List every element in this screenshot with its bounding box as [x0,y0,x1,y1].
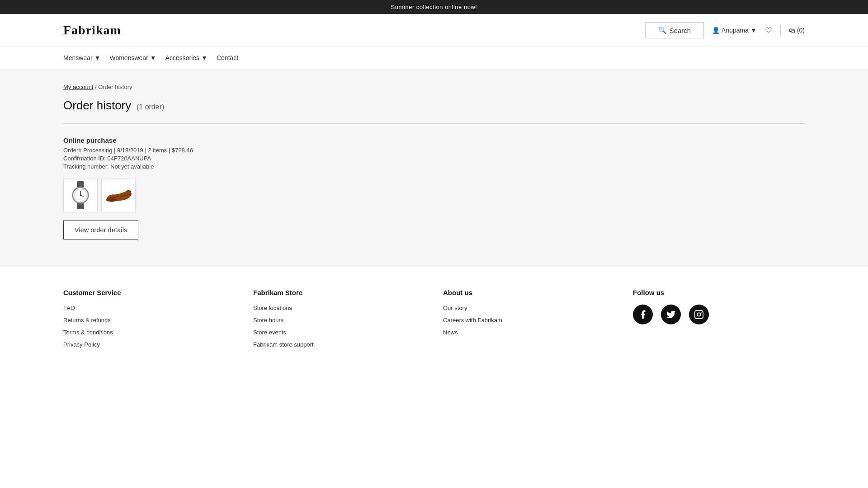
footer-link-news[interactable]: News [443,329,615,336]
header-divider [780,25,781,36]
svg-rect-8 [695,310,703,319]
footer-customer-service: Customer Service FAQ Returns & refunds T… [63,289,235,353]
nav-menswear[interactable]: Menswear ▼ [63,47,109,69]
header-actions: 🔍 Search 👤 Anupama ▼ ♡ 🛍 (0) [645,22,805,38]
chevron-down-icon: ▼ [150,54,156,61]
cart-count: (0) [797,27,805,34]
promo-text: Summer collection online now! [391,4,477,10]
breadcrumb-account[interactable]: My account [63,84,93,90]
breadcrumb: My account / Order history [63,84,805,90]
main-nav: Menswear ▼ Womenswear ▼ Accessories ▼ Co… [0,47,868,69]
page-title: Order history (1 order) [63,99,805,113]
footer-follow-us-title: Follow us [633,289,805,296]
twitter-icon[interactable] [661,305,681,324]
nav-womenswear[interactable]: Womenswear ▼ [109,47,165,69]
footer-link-store-locations[interactable]: Store locations [253,305,425,311]
chevron-down-icon: ▼ [201,54,208,61]
cart-button[interactable]: 🛍 (0) [789,27,805,34]
nav-contact-label: Contact [217,54,238,61]
user-account-button[interactable]: 👤 Anupama ▼ [712,27,757,34]
main-content: My account / Order history Order history… [0,69,868,267]
user-name: Anupama [722,27,749,34]
order-meta-1: Order# Processing | 9/18/2019 | 2 items … [63,147,805,154]
order-meta-3: Tracking number: Not yet available [63,163,805,170]
search-icon: 🔍 [658,26,667,34]
nav-accessories[interactable]: Accessories ▼ [165,47,217,69]
nav-contact[interactable]: Contact [217,47,247,69]
order-count: (1 order) [135,103,165,111]
footer-customer-service-title: Customer Service [63,289,235,296]
cart-icon: 🛍 [789,27,795,34]
footer-link-faq[interactable]: FAQ [63,305,235,311]
search-label: Search [670,27,691,34]
facebook-icon[interactable] [633,305,653,324]
order-meta-2: Confirmation ID: 04F720AANUPA [63,155,805,162]
nav-accessories-label: Accessories [165,54,199,61]
site-footer: Customer Service FAQ Returns & refunds T… [0,267,868,371]
site-header: Fabrikam 🔍 Search 👤 Anupama ▼ ♡ 🛍 (0) [0,14,868,47]
nav-womenswear-label: Womenswear [109,54,148,61]
footer-grid: Customer Service FAQ Returns & refunds T… [63,289,805,353]
footer-fabrikam-store-title: Fabrikam Store [253,289,425,296]
site-logo[interactable]: Fabrikam [63,23,121,38]
footer-link-our-story[interactable]: Our story [443,305,615,311]
search-button[interactable]: 🔍 Search [645,22,704,38]
footer-link-privacy[interactable]: Privacy Policy [63,341,235,348]
footer-link-store-support[interactable]: Fabrikam store support [253,341,425,348]
svg-point-9 [697,313,700,316]
user-icon: 👤 [712,27,720,34]
order-type: Online purchase [63,136,805,144]
breadcrumb-current: Order history [98,84,132,90]
svg-point-10 [701,312,702,313]
chevron-down-icon: ▼ [750,27,757,34]
svg-rect-1 [77,203,84,209]
instagram-icon[interactable] [689,305,709,324]
order-product-image-watch[interactable] [63,178,98,212]
footer-link-store-events[interactable]: Store events [253,329,425,336]
content-separator [63,123,805,124]
footer-link-returns[interactable]: Returns & refunds [63,317,235,324]
view-order-details-button[interactable]: View order details [63,221,138,239]
footer-about-us: About us Our story Careers with Fabrikam… [443,289,615,353]
order-images [63,178,805,212]
footer-link-careers[interactable]: Careers with Fabrikam [443,317,615,324]
social-icons [633,305,805,324]
nav-menswear-label: Menswear [63,54,93,61]
wishlist-button[interactable]: ♡ [765,25,772,35]
svg-point-6 [80,195,81,196]
footer-link-store-hours[interactable]: Store hours [253,317,425,324]
footer-follow-us: Follow us [633,289,805,353]
promo-banner: Summer collection online now! [0,0,868,14]
footer-link-terms[interactable]: Terms & conditions [63,329,235,336]
order-card: Online purchase Order# Processing | 9/18… [63,136,805,239]
page-title-text: Order history [63,99,131,112]
heart-icon: ♡ [765,26,772,35]
footer-fabrikam-store: Fabrikam Store Store locations Store hou… [253,289,425,353]
svg-rect-0 [77,181,84,188]
footer-about-us-title: About us [443,289,615,296]
svg-point-7 [107,198,117,202]
order-product-image-shoe[interactable] [101,178,136,212]
chevron-down-icon: ▼ [94,54,101,61]
